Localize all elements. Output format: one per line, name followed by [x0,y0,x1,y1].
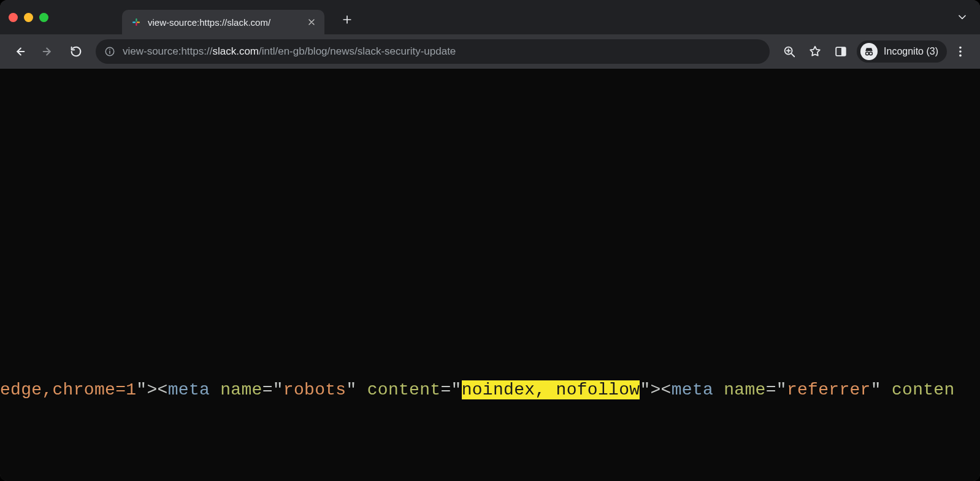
svg-rect-9 [841,47,846,56]
src-lt: < [158,380,168,399]
url-prefix: view-source:https:// [123,45,212,57]
src-eq: = [262,380,273,399]
window-controls [9,13,48,22]
incognito-icon [860,43,878,60]
src-quote: " [451,380,462,399]
address-url: view-source:https://slack.com/intl/en-gb… [123,45,456,58]
page-content[interactable]: edge,chrome=1"><meta name="robots" conte… [0,69,980,481]
src-attr: name [724,380,765,399]
src-highlight: noindex, nofollow [462,380,640,399]
browser-window: view-source:https://slack.com/ view-sour… [0,0,980,481]
bookmark-star-icon[interactable] [803,39,827,64]
src-quote: " [871,380,881,399]
svg-point-10 [866,52,869,55]
tab-title: view-source:https://slack.com/ [148,17,300,28]
svg-rect-5 [109,51,110,54]
src-sp [357,380,367,399]
src-quote: " [776,380,787,399]
svg-point-14 [959,55,962,57]
src-quote: " [346,380,356,399]
source-code-line: edge,chrome=1"><meta name="robots" conte… [0,380,980,399]
reload-button[interactable] [64,39,88,64]
slack-favicon-icon [131,17,142,28]
src-quote: " [640,380,650,399]
src-val: referrer [787,380,871,399]
address-bar[interactable]: view-source:https://slack.com/intl/en-gb… [96,39,770,64]
src-attr: conten [892,380,955,399]
src-eq: = [766,380,776,399]
src-sp [210,380,220,399]
src-gt: > [651,380,661,399]
svg-rect-1 [137,21,140,23]
src-sp [713,380,724,399]
new-tab-button[interactable] [338,10,356,29]
incognito-label: Incognito (3) [884,46,938,57]
src-quote: " [136,380,147,399]
svg-rect-0 [132,21,136,23]
src-tag: meta [168,380,210,399]
src-gt: > [147,380,157,399]
svg-rect-6 [109,49,110,50]
tab-strip: view-source:https://slack.com/ [0,0,980,34]
site-info-icon[interactable] [104,46,115,57]
src-attr: content [367,380,441,399]
back-button[interactable] [7,39,32,64]
svg-point-12 [959,47,962,49]
src-lt: < [661,380,672,399]
svg-rect-3 [136,23,137,26]
tab-overflow-button[interactable] [953,8,971,26]
window-close-button[interactable] [9,13,18,22]
src-attr: name [220,380,262,399]
svg-rect-2 [136,18,137,21]
incognito-chip[interactable]: Incognito (3) [857,40,947,63]
kebab-menu-icon[interactable] [948,39,973,64]
toolbar: view-source:https://slack.com/intl/en-gb… [0,34,980,69]
window-maximize-button[interactable] [39,13,48,22]
url-path: /intl/en-gb/blog/news/slack-security-upd… [259,45,456,57]
svg-point-11 [869,52,872,55]
zoom-icon[interactable] [777,39,802,64]
src-tag: meta [672,380,713,399]
side-panel-icon[interactable] [829,39,853,64]
url-host: slack.com [212,45,259,57]
svg-point-13 [959,50,962,53]
src-eq: = [440,380,451,399]
src-quote: " [273,380,283,399]
window-minimize-button[interactable] [24,13,33,22]
src-val: robots [283,380,346,399]
src-text: edge,chrome=1 [0,380,136,399]
forward-button[interactable] [36,39,60,64]
browser-tab[interactable]: view-source:https://slack.com/ [122,10,324,34]
toolbar-right: Incognito (3) [777,39,973,64]
src-sp [881,380,892,399]
tab-close-button[interactable] [306,17,317,28]
